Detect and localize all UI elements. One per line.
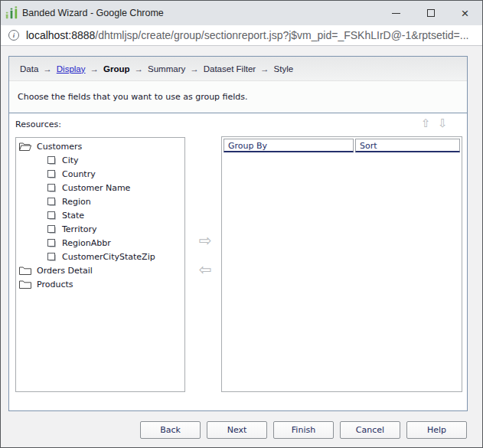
tree-item-orders-detail[interactable]: Orders Detail: [16, 263, 184, 277]
group-by-table: Group BySort: [221, 136, 462, 392]
close-button[interactable]: ×: [448, 1, 482, 25]
field-icon: [47, 169, 57, 179]
column-header-group-by: Group By: [224, 139, 354, 152]
breadcrumb-arrow-icon: →: [135, 64, 144, 74]
wizard-step-style: Style: [274, 64, 294, 74]
field-icon: [47, 211, 57, 221]
tree-item-customercitystatezip[interactable]: CustomerCityStateZip: [16, 250, 184, 263]
tree-item-label: State: [62, 211, 84, 221]
window-title: Banded Wizard - Google Chrome: [22, 8, 164, 18]
close-icon: ×: [462, 7, 469, 20]
tree-item-label: Territory: [62, 224, 97, 234]
folder-closed-icon: [18, 266, 32, 276]
move-up-icon[interactable]: ⇧: [421, 118, 431, 129]
tree-item-regionabbr[interactable]: RegionAbbr: [16, 236, 184, 250]
tree-item-label: RegionAbbr: [62, 238, 111, 248]
tree-item-label: Region: [62, 197, 91, 207]
add-field-icon[interactable]: ⇨: [196, 233, 214, 248]
cancel-button[interactable]: Cancel: [340, 421, 400, 439]
help-button[interactable]: Help: [406, 421, 467, 439]
tree-item-label: Country: [62, 169, 96, 179]
field-icon: [47, 238, 57, 248]
instruction-bar: Choose the fields that you want to use a…: [9, 81, 467, 113]
tree-item-customers[interactable]: Customers: [16, 139, 184, 153]
wizard-step-group: Group: [103, 64, 130, 74]
maximize-icon: [427, 9, 435, 17]
instruction-text: Choose the fields that you want to use a…: [18, 92, 248, 102]
finish-button[interactable]: Finish: [273, 421, 334, 439]
app-logo-icon: [5, 6, 18, 20]
tree-item-label: Customer Name: [62, 183, 130, 193]
field-icon: [47, 224, 57, 234]
field-icon: [47, 197, 57, 207]
tree-item-label: CustomerCityStateZip: [62, 252, 155, 262]
move-down-icon[interactable]: ⇩: [438, 118, 448, 129]
title-bar: Banded Wizard - Google Chrome ×: [1, 1, 482, 25]
wizard-panel: Data→Display→Group→Summary→Dataset Filte…: [8, 56, 468, 411]
tree-item-products[interactable]: Products: [16, 277, 184, 291]
breadcrumb-arrow-icon: →: [90, 64, 100, 74]
minimize-icon: [392, 13, 400, 14]
column-header-sort: Sort: [355, 139, 460, 152]
breadcrumb-arrow-icon: →: [43, 64, 52, 74]
page-url: localhost:8888/dhtmljsp/create/group/sec…: [26, 29, 468, 41]
address-bar: i localhost:8888/dhtmljsp/create/group/s…: [1, 25, 482, 46]
maximize-button[interactable]: [413, 1, 448, 25]
tree-item-label: City: [62, 155, 79, 165]
wizard-step-dataset-filter: Dataset Filter: [204, 64, 256, 74]
wizard-step-data: Data: [20, 64, 38, 74]
resources-label: Resources:: [15, 119, 61, 129]
tree-item-label: Products: [37, 280, 73, 289]
tree-item-state[interactable]: State: [16, 208, 184, 222]
browser-popup-window: Banded Wizard - Google Chrome × i localh…: [0, 0, 483, 448]
url-path: /dhtmljsp/create/group/sectionreport.jsp…: [95, 29, 468, 41]
group-table-header: Group BySort: [224, 139, 460, 152]
page-content: Data→Display→Group→Summary→Dataset Filte…: [1, 47, 482, 447]
tree-item-region[interactable]: Region: [16, 195, 184, 208]
url-origin: localhost:8888: [26, 29, 95, 41]
tree-item-country[interactable]: Country: [16, 167, 184, 181]
tree-item-territory[interactable]: Territory: [16, 222, 184, 236]
folder-closed-icon: [18, 280, 32, 289]
field-icon: [47, 252, 57, 262]
field-icon: [47, 155, 57, 165]
back-button[interactable]: Back: [140, 421, 201, 439]
wizard-step-summary: Summary: [148, 64, 185, 74]
breadcrumb-arrow-icon: →: [190, 64, 199, 74]
remove-field-icon[interactable]: ⇦: [196, 262, 214, 277]
window-controls: ×: [379, 1, 482, 25]
tree-item-customer-name[interactable]: Customer Name: [16, 181, 184, 195]
field-icon: [47, 183, 57, 193]
site-info-icon[interactable]: i: [8, 30, 19, 41]
group-step-content: Resources: ⇧ ⇩ CustomersCityCountryCusto…: [9, 113, 467, 410]
resources-tree: CustomersCityCountryCustomer NameRegionS…: [15, 137, 185, 392]
next-button[interactable]: Next: [207, 421, 267, 439]
footer-buttons: BackNextFinishCancelHelp: [1, 421, 482, 439]
tree-item-label: Customers: [37, 142, 82, 152]
breadcrumb: Data→Display→Group→Summary→Dataset Filte…: [9, 57, 467, 81]
folder-open-icon: [18, 142, 32, 152]
wizard-step-display[interactable]: Display: [57, 64, 86, 74]
minimize-button[interactable]: [379, 1, 413, 25]
tree-item-label: Orders Detail: [37, 266, 93, 276]
breadcrumb-arrow-icon: →: [260, 64, 269, 74]
tree-item-city[interactable]: City: [16, 153, 184, 167]
